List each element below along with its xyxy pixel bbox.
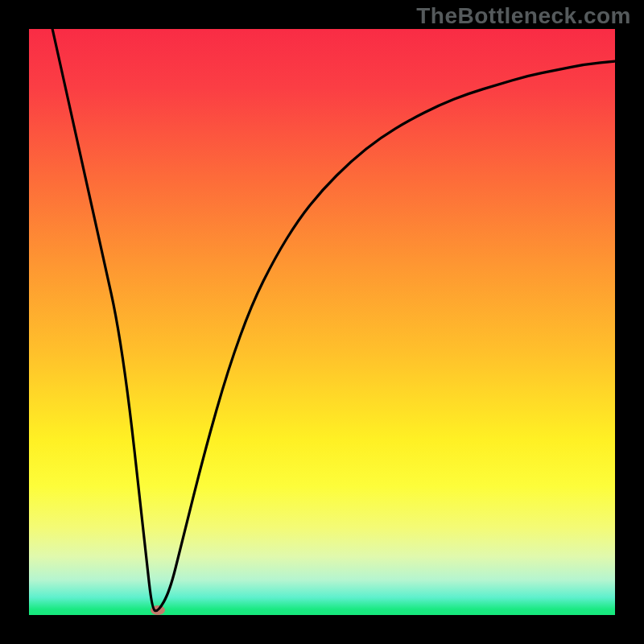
watermark-text: TheBottleneck.com xyxy=(416,3,631,29)
plot-area xyxy=(29,29,615,615)
bottleneck-curve xyxy=(29,29,615,615)
chart-frame: TheBottleneck.com xyxy=(0,0,644,644)
